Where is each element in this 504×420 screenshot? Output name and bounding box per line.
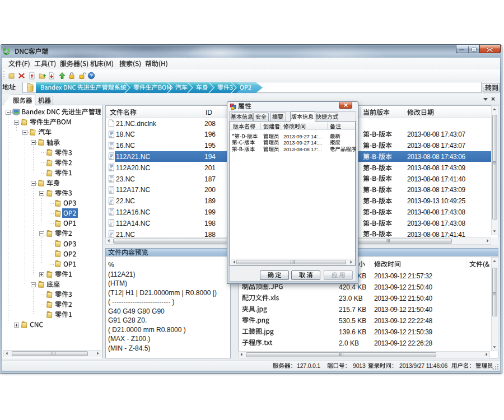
svg-text:?: ?	[90, 73, 93, 78]
